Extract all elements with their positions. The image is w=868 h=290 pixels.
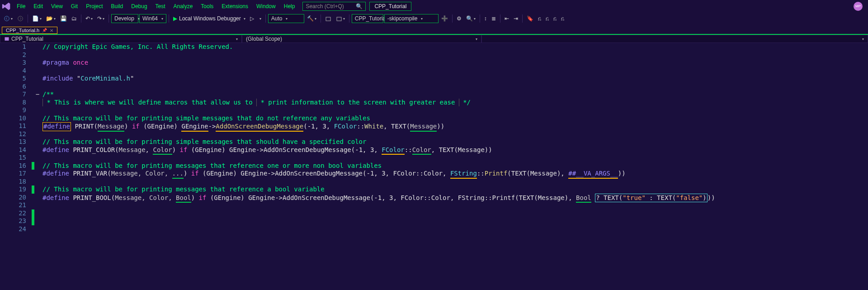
toolbar: ▾ 📄▾ 📂▾ 💾 🗂 ↶▾ ↷▾ Develop▾ Win64▾ ▶Local…	[0, 12, 868, 25]
menu-tools[interactable]: Tools	[197, 1, 217, 12]
outline-column: −	[34, 43, 41, 290]
open-button[interactable]: 📂▾	[44, 14, 57, 24]
search-input[interactable]: Search (Ctrl+Q) 🔍	[302, 2, 366, 11]
svg-rect-2	[326, 17, 330, 21]
cmdline-args-combo[interactable]: -skipcompile▾	[384, 14, 439, 23]
menu-debug[interactable]: Debug	[127, 1, 151, 12]
menu-project[interactable]: Project	[82, 1, 107, 12]
menu-test[interactable]: Test	[151, 1, 170, 12]
vs-logo-icon	[2, 2, 11, 11]
line-number-gutter: 123456789101112131415161718192021222324	[0, 43, 32, 290]
nav-project-dd[interactable]: CPP_Tutorial▾	[0, 35, 242, 43]
menu-extensions[interactable]: Extensions	[217, 1, 252, 12]
gear-icon[interactable]: ⚙	[455, 14, 463, 24]
nav-scope-dd[interactable]: (Global Scope)▾	[242, 35, 481, 43]
start-debug-button[interactable]: ▶Local Windows Debugger▾	[171, 14, 247, 24]
collapse-toggle[interactable]: −	[36, 90, 39, 99]
indent-in-icon[interactable]: ⇥	[512, 14, 520, 24]
user-avatar[interactable]: MP	[854, 2, 863, 11]
bookmark-prev-icon[interactable]: ⎌	[536, 14, 543, 24]
comment-icon[interactable]: ≣	[490, 14, 498, 24]
nav-back-button[interactable]: ▾	[2, 14, 14, 24]
menu-bar: File Edit View Git Project Build Debug T…	[0, 0, 868, 12]
bookmark-next-icon[interactable]: ⎌	[544, 14, 551, 24]
stack-icon[interactable]: ↕	[482, 14, 489, 24]
indent-out-icon[interactable]: ⇤	[503, 14, 511, 24]
menu-items: File Edit View Git Project Build Debug T…	[13, 1, 299, 12]
redo-button[interactable]: ↷▾	[95, 14, 106, 24]
nav-bar: CPP_Tutorial▾ (Global Scope)▾ ▾	[0, 34, 868, 43]
nav-member-dd[interactable]: ▾	[481, 35, 868, 43]
nav-fwd-button[interactable]	[15, 14, 25, 24]
menu-git[interactable]: Git	[67, 1, 82, 12]
process-btn-b[interactable]: ▾	[334, 14, 347, 24]
find-button[interactable]: 🔍▾	[464, 14, 477, 24]
menu-edit[interactable]: Edit	[29, 1, 47, 12]
file-tab-label: CPP_Tutorial.h	[6, 28, 39, 33]
bookmark-icon[interactable]: 🔖	[525, 14, 535, 24]
platform-combo[interactable]: Win64▾	[139, 14, 166, 23]
menu-help[interactable]: Help	[280, 1, 299, 12]
build-button[interactable]: 🔨▾	[305, 14, 318, 24]
args-add-button[interactable]: ➕	[439, 14, 450, 24]
debug-target-button[interactable]: ▾	[257, 14, 263, 24]
svg-point-1	[18, 16, 23, 21]
menu-window[interactable]: Window	[252, 1, 280, 12]
process-btn-a[interactable]	[323, 14, 333, 24]
startup-project-combo[interactable]: CPP_Tutorial▾	[352, 14, 383, 23]
undo-button[interactable]: ↶▾	[84, 14, 94, 24]
code-editor[interactable]: 123456789101112131415161718192021222324 …	[0, 43, 868, 290]
svg-rect-4	[5, 37, 9, 41]
menu-view[interactable]: View	[47, 1, 67, 12]
file-tab-active[interactable]: CPP_Tutorial.h 📌 ✕	[2, 27, 57, 34]
pin-icon[interactable]: 📌	[42, 28, 47, 33]
menu-file[interactable]: File	[13, 1, 29, 12]
svg-point-0	[5, 16, 9, 21]
menu-build[interactable]: Build	[107, 1, 127, 12]
config-combo[interactable]: Develop▾	[111, 14, 138, 23]
save-button[interactable]: 💾	[58, 14, 69, 24]
menu-analyze[interactable]: Analyze	[170, 1, 197, 12]
start-nodebug-button[interactable]: ▷	[248, 14, 256, 24]
new-button[interactable]: 📄▾	[30, 14, 43, 24]
search-placeholder: Search (Ctrl+Q)	[306, 3, 344, 10]
close-icon[interactable]: ✕	[50, 28, 53, 33]
file-tab-row: CPP_Tutorial.h 📌 ✕	[0, 25, 868, 34]
solution-title[interactable]: CPP_Tutorial	[369, 2, 411, 11]
bookmark-clear-icon[interactable]: ⎌	[552, 14, 558, 24]
svg-rect-3	[337, 17, 341, 21]
save-all-button[interactable]: 🗂	[70, 14, 79, 24]
code-content[interactable]: // Copyright Epic Games, Inc. All Rights…	[41, 43, 868, 290]
bookmark-end-icon[interactable]: ⎌	[559, 14, 566, 24]
run-mode-combo[interactable]: Auto▾	[268, 14, 304, 23]
search-icon: 🔍	[356, 3, 363, 10]
project-icon	[4, 36, 9, 42]
